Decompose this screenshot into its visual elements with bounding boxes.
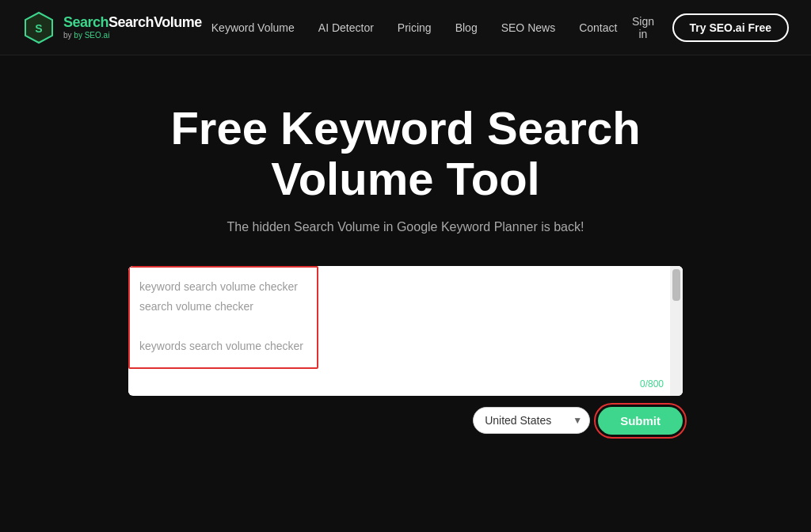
nav-item-contact[interactable]: Contact	[569, 17, 626, 39]
logo-main: SearchSearchVolume	[63, 15, 202, 31]
nav-item-keyword-volume[interactable]: Keyword Volume	[202, 17, 304, 39]
char-count: 0/800	[640, 378, 664, 390]
scrollbar-area[interactable]	[670, 266, 683, 396]
hero-subtitle: The hidden Search Volume in Google Keywo…	[227, 220, 584, 234]
try-seo-button[interactable]: Try SEO.ai Free	[672, 13, 790, 42]
sign-in-button[interactable]: Sign in	[626, 15, 659, 40]
submit-btn-wrapper: Submit	[598, 407, 683, 435]
svg-text:S: S	[35, 22, 42, 35]
keyword-textarea[interactable]	[128, 266, 683, 393]
main-content: Free Keyword Search Volume Tool The hidd…	[0, 55, 811, 435]
nav-item-ai-detector[interactable]: AI Detector	[309, 17, 383, 39]
logo-text: SearchSearchVolume by by SEO.ai	[63, 15, 202, 40]
logo-sub: by by SEO.ai	[63, 31, 202, 40]
nav-item-seo-news[interactable]: SEO News	[492, 17, 565, 39]
search-container: 0/800	[128, 266, 683, 396]
logo-icon: S	[22, 11, 55, 44]
bottom-controls: United States United Kingdom Canada Aust…	[128, 407, 683, 435]
main-nav: Keyword Volume AI Detector Pricing Blog …	[202, 17, 627, 39]
header-actions: Sign in Try SEO.ai Free	[626, 13, 789, 42]
hero-title: Free Keyword Search Volume Tool	[120, 103, 691, 204]
country-select-wrapper: United States United Kingdom Canada Aust…	[473, 407, 590, 434]
textarea-wrapper: 0/800	[128, 266, 683, 396]
submit-button[interactable]: Submit	[598, 407, 683, 435]
country-select[interactable]: United States United Kingdom Canada Aust…	[473, 407, 590, 434]
logo-area[interactable]: S SearchSearchVolume by by SEO.ai	[22, 11, 202, 44]
scrollbar-thumb	[672, 269, 680, 301]
nav-item-blog[interactable]: Blog	[446, 17, 487, 39]
header: S SearchSearchVolume by by SEO.ai Keywor…	[0, 0, 811, 55]
nav-item-pricing[interactable]: Pricing	[388, 17, 441, 39]
